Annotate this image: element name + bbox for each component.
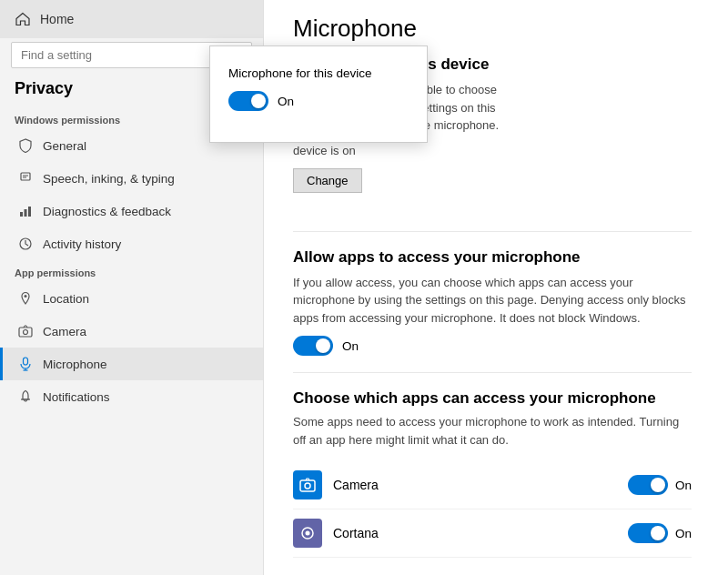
- sidebar-item-location-label: Location: [43, 292, 89, 306]
- windows-permissions-section: Windows permissions: [0, 107, 263, 129]
- sidebar-item-microphone-label: Microphone: [43, 358, 107, 371]
- camera-toggle-row: On: [628, 475, 692, 495]
- svg-rect-0: [21, 173, 30, 180]
- sidebar-item-camera-label: Camera: [43, 325, 86, 338]
- app-permissions-section: App permissions: [0, 260, 263, 282]
- shield-icon: [17, 137, 34, 154]
- app-row-camera: Camera On: [293, 461, 692, 509]
- cortana-app-name: Cortana: [333, 526, 628, 540]
- choose-apps-text: Some apps need to access your microphone…: [293, 413, 692, 449]
- sidebar-home-button[interactable]: Home: [0, 0, 263, 38]
- device-section-heading: microphone on this device: [293, 55, 692, 74]
- allow-section-text: If you allow access, you can choose whic…: [293, 274, 692, 328]
- svg-point-17: [306, 531, 310, 536]
- divider-2: [293, 372, 692, 373]
- sidebar-item-location[interactable]: Location: [0, 282, 263, 315]
- clock-icon: [17, 236, 34, 252]
- home-label: Home: [40, 12, 74, 26]
- sidebar: Home Privacy Windows permissions General…: [0, 0, 264, 575]
- cortana-toggle[interactable]: [628, 523, 668, 543]
- allow-toggle[interactable]: [293, 336, 333, 356]
- camera-app-icon: [293, 470, 322, 499]
- divider-1: [293, 231, 692, 232]
- allow-section-heading: Allow apps to access your microphone: [293, 248, 692, 267]
- svg-point-7: [25, 295, 27, 298]
- choose-apps-heading: Choose which apps can access your microp…: [293, 389, 692, 408]
- sidebar-item-notifications[interactable]: Notifications: [0, 380, 263, 413]
- camera-icon: [17, 323, 34, 339]
- cortana-toggle-track: [628, 523, 668, 543]
- camera-toggle[interactable]: [628, 475, 668, 495]
- svg-rect-10: [24, 358, 28, 365]
- sidebar-item-activity[interactable]: Activity history: [0, 227, 263, 260]
- svg-rect-8: [19, 328, 32, 337]
- device-heading-text: microphone on this device: [293, 55, 489, 73]
- sidebar-item-notifications-label: Notifications: [43, 390, 110, 404]
- microphone-icon: [17, 356, 34, 372]
- cortana-toggle-thumb: [651, 526, 665, 540]
- sidebar-item-camera[interactable]: Camera: [0, 315, 263, 348]
- privacy-label: Privacy: [0, 76, 263, 107]
- sidebar-item-general-label: General: [43, 139, 86, 153]
- camera-toggle-thumb: [651, 478, 665, 492]
- main-content: Microphone microphone on this device usi…: [264, 0, 728, 575]
- allow-toggle-thumb: [316, 338, 330, 353]
- allow-toggle-label: On: [342, 339, 359, 353]
- cortana-app-icon: [293, 519, 322, 548]
- change-button[interactable]: Change: [293, 168, 362, 193]
- speech-icon: [17, 170, 34, 187]
- svg-rect-3: [20, 212, 23, 217]
- allow-toggle-track: [293, 336, 333, 356]
- svg-point-9: [24, 330, 28, 335]
- chart-icon: [17, 203, 34, 219]
- home-icon: [15, 11, 31, 27]
- sidebar-item-speech[interactable]: Speech, inking, & typing: [0, 162, 263, 195]
- allow-toggle-row: On: [293, 336, 692, 356]
- bell-icon: [17, 388, 34, 405]
- camera-toggle-label: On: [675, 479, 692, 492]
- location-icon: [17, 290, 34, 307]
- device-section-text: using this device will be able to choose…: [293, 81, 692, 135]
- sidebar-item-general[interactable]: General: [0, 129, 263, 162]
- cortana-toggle-label: On: [675, 527, 692, 540]
- svg-rect-4: [25, 209, 27, 217]
- svg-rect-14: [300, 480, 315, 491]
- sidebar-item-speech-label: Speech, inking, & typing: [43, 172, 175, 186]
- camera-toggle-track: [628, 475, 668, 495]
- sidebar-item-diagnostics[interactable]: Diagnostics & feedback: [0, 195, 263, 227]
- camera-app-name: Camera: [333, 478, 628, 492]
- sidebar-item-diagnostics-label: Diagnostics & feedback: [43, 205, 171, 218]
- app-row-cortana: Cortana On: [293, 509, 692, 558]
- cortana-toggle-row: On: [628, 523, 692, 543]
- sidebar-item-microphone[interactable]: Microphone: [0, 348, 263, 380]
- svg-point-15: [305, 483, 310, 489]
- page-title: Microphone: [293, 0, 692, 55]
- search-input[interactable]: [11, 42, 252, 68]
- sidebar-item-activity-label: Activity history: [43, 237, 121, 251]
- svg-rect-5: [28, 207, 31, 217]
- device-status: device is on: [293, 144, 692, 157]
